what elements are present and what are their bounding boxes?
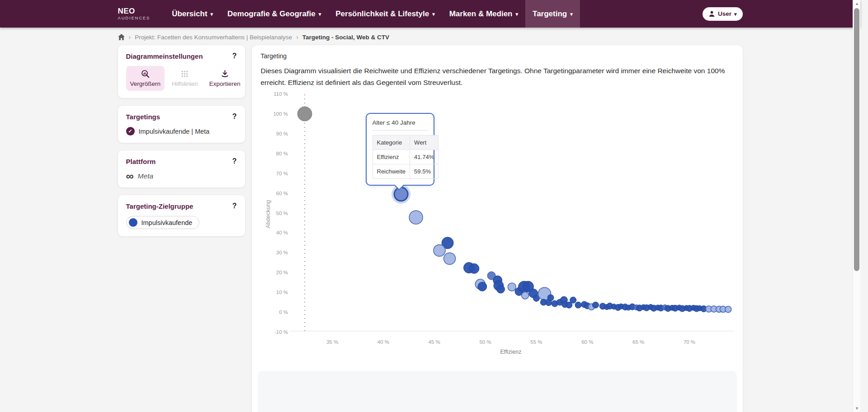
zoom-in-label: Vergrößern bbox=[130, 80, 161, 87]
platform-item: ∞ Meta bbox=[126, 172, 237, 180]
bubble[interactable] bbox=[496, 285, 505, 293]
chevron-down-icon: ▾ bbox=[734, 12, 737, 17]
x-tick-label: 65 % bbox=[632, 339, 644, 345]
targeting-list-item[interactable]: ✓ Impulsivkaufende | Meta bbox=[126, 127, 237, 136]
chevron-down-icon: ▾ bbox=[570, 12, 573, 17]
bubble[interactable] bbox=[545, 300, 552, 306]
tooltip-title: Alter ≤ 40 Jahre bbox=[373, 119, 428, 131]
y-tick-label: 10 % bbox=[276, 290, 288, 295]
help-icon[interactable]: ? bbox=[232, 52, 237, 60]
y-tick-label: 110 % bbox=[274, 91, 288, 97]
scatter-svg: 110 %100 %90 %80 %70 %60 %50 %40 %30 %20… bbox=[261, 91, 733, 362]
app-logo[interactable]: NEO AUDIENCES bbox=[118, 7, 151, 20]
guidelines-label: Hilfslinien bbox=[172, 80, 198, 87]
chart-settings-title: Diagrammeinstellungen bbox=[126, 52, 203, 60]
tooltip-reichweite-value: 59.5% bbox=[410, 164, 439, 179]
chart-settings-card: Diagrammeinstellungen ? bbox=[118, 45, 245, 98]
scatter-chart: 110 %100 %90 %80 %70 %60 %50 %40 %30 %20… bbox=[261, 91, 733, 362]
top-navbar: NEO AUDIENCES Übersicht ▾ Demografie & G… bbox=[0, 0, 860, 28]
bubble[interactable] bbox=[521, 292, 528, 299]
y-tick-label: 100 % bbox=[273, 111, 288, 117]
nav-item-label: Demografie & Geografie bbox=[227, 9, 316, 19]
audience-chip-label: Impulsivkaufende bbox=[142, 219, 193, 226]
x-tick-label: 50 % bbox=[479, 339, 491, 345]
scrollbar-thumb[interactable] bbox=[854, 8, 859, 271]
bubble[interactable] bbox=[469, 263, 479, 273]
nav-item-persoenlichkeit-lifestyle[interactable]: Persönlichkeit & Lifestyle ▾ bbox=[328, 0, 442, 28]
bubble[interactable] bbox=[575, 302, 581, 308]
breadcrumb: › Projekt: Facetten des Konsumverhaltens… bbox=[118, 33, 743, 41]
chevron-down-icon: ▾ bbox=[432, 12, 435, 17]
x-tick-label: 45 % bbox=[428, 339, 440, 345]
nav-item-demografie-geografie[interactable]: Demografie & Geografie ▾ bbox=[220, 0, 328, 28]
y-tick-label: 0 % bbox=[279, 309, 288, 315]
scroll-down-icon[interactable]: ▼ bbox=[853, 405, 861, 412]
bubble-highlighted[interactable] bbox=[394, 187, 408, 201]
platform-title: Plattform bbox=[126, 158, 156, 165]
bubble[interactable] bbox=[570, 297, 576, 303]
check-icon: ✓ bbox=[126, 127, 135, 136]
chevron-down-icon: ▾ bbox=[515, 12, 518, 17]
platform-card: Plattform ? ∞ Meta bbox=[118, 150, 245, 187]
audience-chip[interactable]: Impulsivkaufende bbox=[126, 216, 200, 229]
breadcrumb-current: Targeting - Social, Web & CTV bbox=[302, 34, 389, 41]
nav-item-label: Targeting bbox=[533, 9, 567, 19]
bubble[interactable] bbox=[443, 253, 455, 265]
bubble[interactable] bbox=[297, 107, 312, 121]
bubble[interactable] bbox=[508, 283, 516, 291]
bubble[interactable] bbox=[477, 282, 486, 291]
y-tick-label: 90 % bbox=[276, 131, 288, 136]
zoom-in-icon bbox=[141, 70, 150, 78]
panel-title: Targeting bbox=[261, 52, 734, 60]
targeting-item-label: Impulsivkaufende | Meta bbox=[139, 128, 210, 135]
help-icon[interactable]: ? bbox=[232, 113, 237, 120]
bubble[interactable] bbox=[725, 306, 731, 313]
tooltip-col-kategorie: Kategorie bbox=[373, 136, 410, 150]
chevron-down-icon: ▾ bbox=[211, 12, 213, 17]
nav-item-marken-medien[interactable]: Marken & Medien ▾ bbox=[442, 0, 525, 28]
y-tick-label: 30 % bbox=[276, 250, 288, 255]
nav-item-uebersicht[interactable]: Übersicht ▾ bbox=[165, 0, 220, 28]
help-icon[interactable]: ? bbox=[232, 202, 237, 210]
user-menu-button[interactable]: User ▾ bbox=[703, 7, 743, 21]
sidebar: Diagrammeinstellungen ? bbox=[118, 45, 245, 236]
bubble[interactable] bbox=[592, 302, 599, 308]
export-label: Exportieren bbox=[209, 80, 241, 87]
nav-item-targeting[interactable]: Targeting ▾ bbox=[525, 0, 580, 28]
tooltip-effizienz-label: Effizienz bbox=[373, 150, 410, 164]
nav-item-label: Persönlichkeit & Lifestyle bbox=[335, 9, 429, 19]
user-label: User bbox=[718, 10, 731, 17]
panel-description: Dieses Diagramm visualisiert die Reichwe… bbox=[261, 65, 734, 89]
audience-title: Targeting-Zielgruppe bbox=[126, 202, 193, 210]
nav-menu: Übersicht ▾ Demografie & Geografie ▾ Per… bbox=[165, 0, 580, 28]
export-button[interactable]: Exportieren bbox=[205, 66, 245, 91]
breadcrumb-project[interactable]: Projekt: Facetten des Konsumverhaltens |… bbox=[135, 34, 292, 41]
home-icon[interactable] bbox=[118, 34, 125, 40]
bubble[interactable] bbox=[409, 211, 423, 224]
y-tick-label: 70 % bbox=[276, 171, 288, 176]
x-tick-label: 55 % bbox=[530, 339, 542, 345]
bubble[interactable] bbox=[433, 245, 445, 257]
next-section-placeholder bbox=[258, 371, 737, 412]
targetings-card: Targetings ? ✓ Impulsivkaufende | Meta bbox=[118, 106, 245, 143]
y-tick-label: 20 % bbox=[276, 270, 288, 275]
help-icon[interactable]: ? bbox=[232, 158, 237, 165]
y-tick-label: 50 % bbox=[276, 211, 288, 216]
chart-tooltip: Alter ≤ 40 Jahre Kategorie Wert Effizien… bbox=[366, 113, 434, 186]
tooltip-col-wert: Wert bbox=[410, 136, 439, 150]
logo-line2: AUDIENCES bbox=[118, 16, 151, 20]
scroll-up-icon[interactable]: ▲ bbox=[853, 0, 861, 7]
audience-card: Targeting-Zielgruppe ? Impulsivkaufende bbox=[118, 195, 245, 236]
targeting-panel: Targeting Dieses Diagramm visualisiert d… bbox=[252, 45, 743, 412]
tooltip-table: Kategorie Wert Effizienz 41.74% Reichwei… bbox=[373, 135, 439, 179]
nav-item-label: Marken & Medien bbox=[449, 9, 513, 19]
page-scrollbar[interactable]: ▲ ▼ bbox=[853, 0, 860, 412]
platform-name: Meta bbox=[138, 172, 153, 180]
zoom-in-button[interactable]: Vergrößern bbox=[126, 66, 165, 91]
y-tick-label: -10 % bbox=[274, 329, 288, 335]
logo-line1: NEO bbox=[118, 7, 151, 15]
chevron-down-icon: ▾ bbox=[319, 12, 321, 17]
targetings-title: Targetings bbox=[126, 113, 160, 121]
y-tick-label: 60 % bbox=[276, 191, 288, 196]
guidelines-button: Hilfslinien bbox=[168, 66, 202, 91]
